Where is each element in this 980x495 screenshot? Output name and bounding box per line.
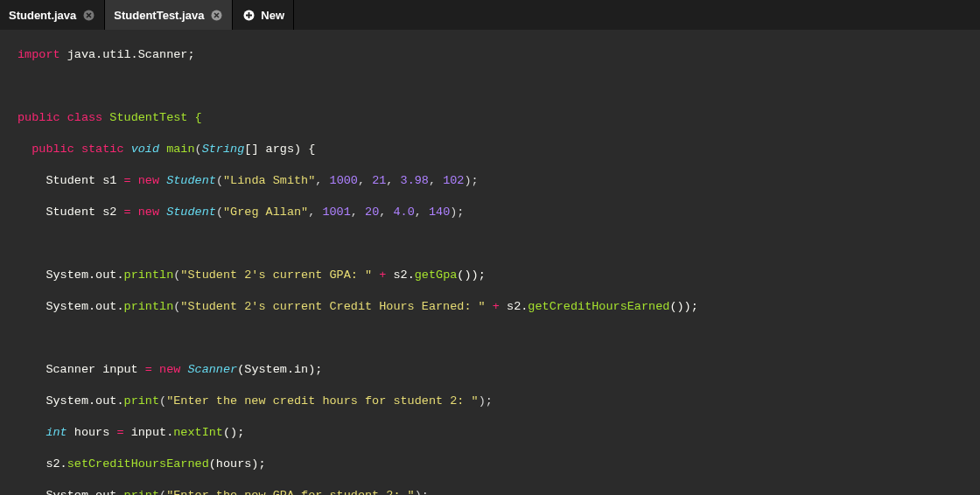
keyword: import	[18, 48, 60, 61]
type: int	[46, 426, 66, 439]
code-text: System.out.	[46, 394, 123, 408]
code-text: Scanner input	[46, 363, 144, 376]
keyword: new	[138, 174, 159, 187]
code-text: Student s2	[46, 206, 123, 219]
method: print	[124, 489, 160, 495]
code-text: input.	[124, 426, 174, 439]
code-text: [] args) {	[244, 143, 315, 156]
tab-new[interactable]: New	[233, 0, 294, 30]
tab-studenttest-java[interactable]: StudentTest.java	[105, 0, 233, 30]
code-text: ());	[669, 300, 697, 313]
method: setCreditHoursEarned	[67, 457, 209, 471]
string: "Enter the new credit hours for student …	[166, 394, 478, 408]
code-text: (hours);	[209, 457, 266, 471]
keyword: public	[18, 111, 60, 124]
method: getCreditHoursEarned	[528, 300, 669, 313]
close-icon[interactable]	[81, 8, 95, 22]
method: print	[124, 394, 160, 408]
tab-label: New	[261, 9, 284, 22]
code-text: (System.in);	[237, 363, 322, 376]
number: 3.98	[401, 174, 429, 187]
gutter	[0, 30, 14, 495]
code-text: s2.	[386, 268, 414, 282]
keyword: new	[138, 206, 159, 219]
type: void	[131, 143, 159, 156]
number: 20	[365, 206, 379, 219]
close-icon[interactable]	[209, 8, 223, 22]
tab-label: StudentTest.java	[114, 9, 204, 22]
op: +	[493, 300, 500, 313]
type: Student	[166, 206, 216, 219]
method: println	[124, 268, 174, 282]
number: 21	[372, 174, 386, 187]
op: =	[145, 363, 152, 376]
op: =	[124, 174, 131, 187]
number: 1000	[330, 174, 358, 187]
keyword: new	[159, 363, 180, 376]
op: =	[124, 206, 131, 219]
number: 140	[429, 206, 450, 219]
method: main	[166, 143, 194, 156]
string: "Enter the new GPA for student 2: "	[166, 489, 415, 495]
type: Student	[166, 174, 216, 187]
code-text: s2.	[46, 457, 66, 471]
keyword: public	[32, 143, 74, 156]
number: 1001	[322, 206, 350, 219]
plus-icon	[242, 8, 256, 22]
classname: StudentTest {	[102, 111, 201, 124]
tab-label: Student.java	[9, 9, 76, 22]
code-text: s2.	[500, 300, 528, 313]
code-text: Student s1	[46, 174, 123, 187]
string: "Greg Allan"	[223, 206, 308, 219]
code-text: System.out.	[46, 300, 123, 313]
code-text: System.out.	[46, 489, 123, 495]
code-text: ();	[223, 426, 244, 439]
method: nextInt	[173, 426, 223, 439]
code-area[interactable]: import java.util.Scanner; public class S…	[14, 30, 698, 495]
code-text: System.out.	[46, 268, 123, 282]
string: "Student 2's current Credit Hours Earned…	[180, 300, 485, 313]
op: =	[116, 426, 123, 439]
number: 4.0	[393, 206, 414, 219]
keyword: class	[67, 111, 103, 124]
tab-student-java[interactable]: Student.java	[0, 0, 105, 30]
method: println	[124, 300, 174, 313]
string: "Linda Smith"	[223, 174, 315, 187]
method: getGpa	[415, 268, 458, 282]
string: "Student 2's current GPA: "	[180, 268, 372, 282]
code-text: ());	[457, 268, 485, 282]
code-text: hours	[67, 426, 117, 439]
keyword: static	[81, 143, 124, 156]
code-text: java.util.Scanner;	[60, 48, 195, 61]
type: Scanner	[187, 363, 237, 376]
code-editor[interactable]: import java.util.Scanner; public class S…	[0, 30, 980, 495]
tab-bar: Student.java StudentTest.java New	[0, 0, 980, 30]
number: 102	[443, 174, 464, 187]
type: String	[202, 143, 245, 156]
